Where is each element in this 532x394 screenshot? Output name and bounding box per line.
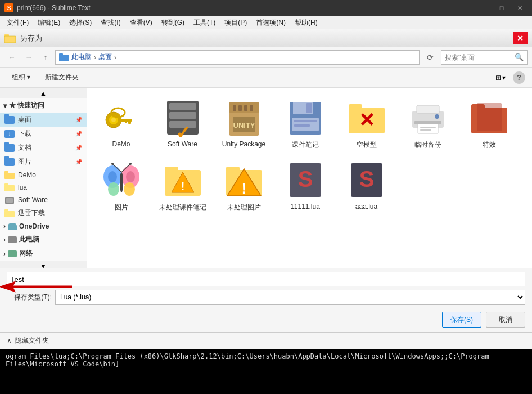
terminal-area: ogram Files\lua;C:\Program Files (x86)\G…: [0, 349, 532, 394]
nav-up-button[interactable]: ↑: [38, 50, 53, 65]
sidebar-item-lua[interactable]: lua: [0, 181, 87, 194]
filetype-select[interactable]: Lua (*.lua): [55, 290, 525, 305]
sidebar-item-xunlei[interactable]: 迅雷下载: [0, 206, 87, 220]
svg-rect-8: [4, 171, 8, 173]
svg-rect-50: [420, 129, 431, 131]
svg-rect-29: [233, 105, 236, 111]
search-box[interactable]: 🔍: [441, 50, 528, 65]
sidebar-item-docs[interactable]: 文档 📌: [0, 141, 87, 155]
menu-help[interactable]: 帮助(H): [290, 17, 322, 29]
menu-goto[interactable]: 转到(G): [157, 17, 189, 29]
nav-back-button[interactable]: ←: [4, 50, 19, 65]
svg-rect-18: [128, 119, 131, 124]
svg-text:S: S: [297, 167, 313, 191]
svg-text:S: S: [359, 167, 374, 191]
file-item-kejianbiji[interactable]: 课件笔记: [276, 92, 335, 153]
menu-edit[interactable]: 编辑(E): [33, 17, 65, 29]
network-label: 网络: [19, 249, 33, 258]
file-item-demo[interactable]: DeMo: [92, 92, 151, 153]
network-chevron: ›: [3, 250, 6, 258]
breadcrumb[interactable]: 此电脑 › 桌面 ›: [55, 50, 420, 65]
file-item-tupian[interactable]: 图片: [92, 155, 151, 215]
dialog-close-button[interactable]: ✕: [513, 32, 528, 44]
sidebar-computer[interactable]: › 此电脑: [0, 232, 87, 247]
downloads-icon: ↓: [4, 130, 15, 138]
disk-svg-icon: [285, 98, 326, 137]
sidebar-item-desktop[interactable]: 桌面 📌: [0, 113, 87, 127]
file-item-weichuli-kejian[interactable]: ! 未处理课件笔记: [153, 155, 212, 215]
view-button[interactable]: ⊞ ▾: [493, 72, 508, 83]
file-item-texiao[interactable]: 特效: [459, 92, 519, 153]
pictures-label: 图片: [18, 157, 31, 167]
menu-select[interactable]: 选择(S): [65, 17, 96, 29]
file-label-linshibefen: 临时备份: [414, 140, 441, 150]
onedrive-icon: [8, 223, 17, 230]
file-item-software[interactable]: ✓ Soft Ware: [153, 92, 212, 153]
file-item-weichuli-tupian[interactable]: ! 未处理图片: [214, 155, 273, 215]
filetype-label: 保存类型(T):: [7, 293, 52, 302]
lua-file-svg-icon: S: [285, 161, 326, 199]
filename-row: [7, 272, 525, 286]
menu-find[interactable]: 查找(I): [96, 17, 125, 29]
search-input[interactable]: [445, 53, 512, 61]
svg-text:S: S: [7, 5, 11, 11]
sidebar-network[interactable]: › 网络: [0, 247, 87, 261]
app-title: S print(666) - Sublime Text: [4, 3, 91, 12]
sidebar-item-software[interactable]: Soft Ware: [0, 194, 87, 206]
menu-tools[interactable]: 工具(T): [189, 17, 220, 29]
dialog-folder-icon: [4, 34, 16, 43]
file-item-kongmoxing[interactable]: ✕ 空模型: [337, 92, 396, 153]
dialog-titlebar: 另存为 ✕: [0, 29, 532, 47]
menu-view[interactable]: 查看(V): [125, 17, 157, 29]
sidebar-scroll-up[interactable]: ▲: [0, 88, 87, 98]
nav-refresh-button[interactable]: ⟳: [423, 50, 438, 65]
file-item-aaalua[interactable]: S aaa.lua: [337, 155, 396, 215]
menu-file[interactable]: 文件(F): [2, 17, 33, 29]
scroll-up-icon: ▲: [40, 89, 47, 97]
sidebar-item-pictures[interactable]: 图片 📌: [0, 155, 87, 169]
file-icon-texiao: [469, 97, 510, 138]
file-item-linshibefen[interactable]: 临时备份: [398, 92, 457, 153]
help-button[interactable]: ?: [513, 71, 525, 84]
software-icon: [4, 196, 15, 204]
file-label-software: Soft Ware: [168, 140, 197, 148]
file-icon-tupian: [101, 160, 142, 200]
breadcrumb-desktop[interactable]: 桌面: [98, 52, 112, 62]
cancel-button[interactable]: 取消: [486, 312, 525, 328]
nav-forward-button[interactable]: →: [21, 50, 36, 65]
svg-rect-31: [244, 105, 247, 111]
sidebar-quick-access[interactable]: ▾ ★ 快速访问: [0, 98, 87, 113]
save-button[interactable]: 保存(S): [442, 312, 481, 328]
breadcrumb-computer[interactable]: 此电脑: [71, 52, 92, 62]
filename-input[interactable]: [7, 272, 525, 286]
svg-text:✓: ✓: [175, 123, 190, 137]
main-content-area: ▲ ▾ ★ 快速访问 桌面 📌 ↓ 下载 📌 文档 📌: [0, 88, 532, 268]
svg-text:!: !: [181, 179, 184, 193]
file-icon-aaalua: S: [346, 160, 387, 200]
hide-folders-row[interactable]: ∧ 隐藏文件夹: [0, 332, 532, 349]
close-btn[interactable]: ✕: [512, 2, 528, 14]
computer-icon: [8, 236, 17, 243]
sidebar-item-demo[interactable]: DeMo: [0, 169, 87, 181]
svg-rect-37: [306, 103, 312, 113]
minimize-btn[interactable]: ─: [476, 2, 492, 14]
organize-button[interactable]: 组织 ▾: [7, 70, 35, 84]
sidebar-item-downloads[interactable]: ↓ 下载 📌: [0, 127, 87, 141]
menu-project[interactable]: 项目(P): [220, 17, 251, 29]
new-folder-button[interactable]: 新建文件夹: [40, 70, 84, 84]
navigation-bar: ← → ↑ 此电脑 › 桌面 › ⟳ 🔍: [0, 47, 532, 68]
window-controls: ─ □ ✕: [476, 2, 528, 14]
menu-bar: 文件(F) 编辑(E) 选择(S) 查找(I) 查看(V) 转到(G) 工具(T…: [0, 16, 532, 29]
menu-prefs[interactable]: 首选项(N): [251, 17, 290, 29]
svg-point-58: [108, 171, 117, 182]
maximize-btn[interactable]: □: [494, 2, 510, 14]
svg-point-57: [124, 182, 135, 196]
desktop-folder-icon: [4, 116, 15, 124]
file-item-unity[interactable]: UNITY Unity Package: [214, 92, 273, 153]
folder-warning2-svg-icon: !: [224, 161, 264, 199]
svg-rect-40: [294, 124, 310, 127]
file-item-11111lua[interactable]: S 11111.lua: [276, 155, 335, 215]
sublime-icon: S: [4, 3, 13, 12]
sidebar-onedrive[interactable]: › OneDrive: [0, 220, 87, 232]
sidebar-scroll-down[interactable]: ▼: [0, 261, 87, 268]
